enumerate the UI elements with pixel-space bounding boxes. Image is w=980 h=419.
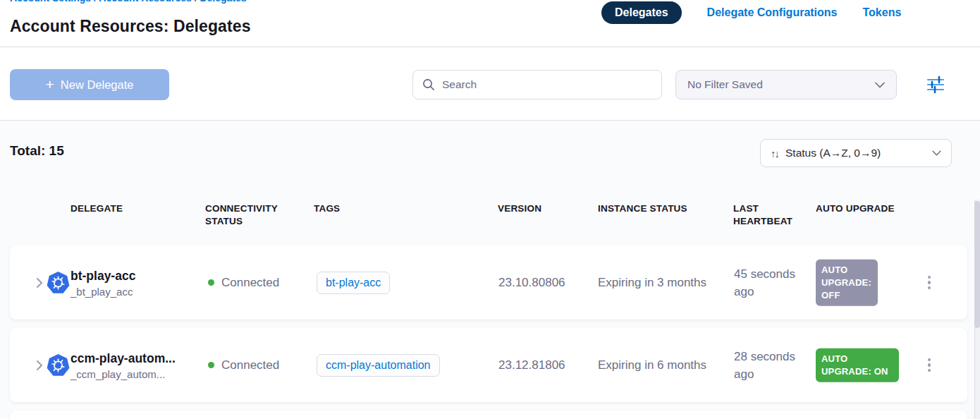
connectivity-label: Connected xyxy=(221,276,279,290)
connected-dot-icon xyxy=(208,279,214,286)
page-title: Account Resources: Delegates xyxy=(10,17,251,36)
auto-upgrade-badge: Auto Upgrade: OFF xyxy=(816,259,878,306)
col-header-last-heartbeat: Last Heartbeat xyxy=(733,202,804,228)
chevron-down-icon xyxy=(932,150,941,156)
col-header-connectivity-status: Connectivity Status xyxy=(205,202,300,228)
expand-row-icon[interactable] xyxy=(35,277,44,289)
connectivity-label: Connected xyxy=(221,358,279,372)
last-heartbeat-cell: 45 seconds ago xyxy=(734,265,811,300)
connected-dot-icon xyxy=(208,362,214,368)
new-delegate-button[interactable]: + New Delegate xyxy=(10,69,169,100)
col-header-version: Version xyxy=(498,202,541,215)
kubernetes-icon xyxy=(47,353,70,377)
plus-icon: + xyxy=(46,77,54,92)
expand-row-icon[interactable] xyxy=(35,360,44,371)
tag-chip: bt-play-acc xyxy=(317,272,390,294)
filter-settings-icon[interactable] xyxy=(925,74,946,95)
version-cell: 23.10.80806 xyxy=(498,276,565,290)
chevron-down-icon xyxy=(875,82,885,88)
total-count: Total: 15 xyxy=(10,143,64,159)
instance-status-cell: Expiring in 3 months xyxy=(598,276,706,290)
tab-delegate-configurations[interactable]: Delegate Configurations xyxy=(707,6,838,19)
col-header-instance-status: Instance Status xyxy=(598,202,687,215)
row-menu-kebab-icon[interactable] xyxy=(921,356,938,375)
table-row[interactable] xyxy=(10,411,967,419)
sort-value: Status (A→Z, 0→9) xyxy=(785,147,925,159)
table-header-row: Delegate Connectivity Status Tags Versio… xyxy=(0,202,980,231)
kubernetes-icon xyxy=(47,271,70,294)
col-header-auto-upgrade: Auto Upgrade xyxy=(816,202,895,215)
search-input[interactable] xyxy=(442,78,652,91)
scrollbar-thumb[interactable] xyxy=(974,201,980,328)
instance-status-cell: Expiring in 6 months xyxy=(598,358,706,372)
tab-tokens[interactable]: Tokens xyxy=(863,6,902,19)
auto-upgrade-badge: Auto Upgrade: ON xyxy=(816,348,899,382)
version-cell: 23.12.81806 xyxy=(498,358,565,372)
delegate-name: ccm-play-autom... xyxy=(71,351,176,365)
search-icon xyxy=(422,78,435,91)
search-box[interactable] xyxy=(412,70,662,99)
sort-dropdown[interactable]: ↑↓ Status (A→Z, 0→9) xyxy=(760,139,952,167)
delegate-name-block[interactable]: bt-play-acc _bt_play_acc xyxy=(71,268,135,297)
saved-filter-dropdown[interactable]: No Filter Saved xyxy=(675,70,897,99)
delegate-identifier: _ccm_play_autom... xyxy=(71,368,176,379)
table-row[interactable]: ccm-play-autom... _ccm_play_autom... Con… xyxy=(10,328,967,402)
connectivity-status: Connected xyxy=(208,276,279,290)
delegate-name-block[interactable]: ccm-play-autom... _ccm_play_autom... xyxy=(71,351,176,379)
new-delegate-label: New Delegate xyxy=(61,78,134,92)
delegate-identifier: _bt_play_acc xyxy=(71,285,135,297)
table-row[interactable]: bt-play-acc _bt_play_acc Connected bt-pl… xyxy=(10,245,967,320)
col-header-delegate: Delegate xyxy=(71,202,123,215)
sort-arrows-icon: ↑↓ xyxy=(771,147,778,159)
last-heartbeat-cell: 28 seconds ago xyxy=(734,347,811,383)
tab-bar: Delegates Delegate Configurations Tokens xyxy=(601,0,901,25)
connectivity-status: Connected xyxy=(208,358,279,372)
saved-filter-value: No Filter Saved xyxy=(687,78,763,91)
tab-delegates[interactable]: Delegates xyxy=(601,1,682,24)
row-menu-kebab-icon[interactable] xyxy=(921,273,938,293)
header-divider xyxy=(0,47,980,47)
delegate-name: bt-play-acc xyxy=(71,268,135,283)
tag-chip: ccm-play-automation xyxy=(317,354,440,377)
breadcrumb[interactable]: Account Settings / Account Resources / D… xyxy=(10,0,247,4)
col-header-tags: Tags xyxy=(314,202,340,215)
